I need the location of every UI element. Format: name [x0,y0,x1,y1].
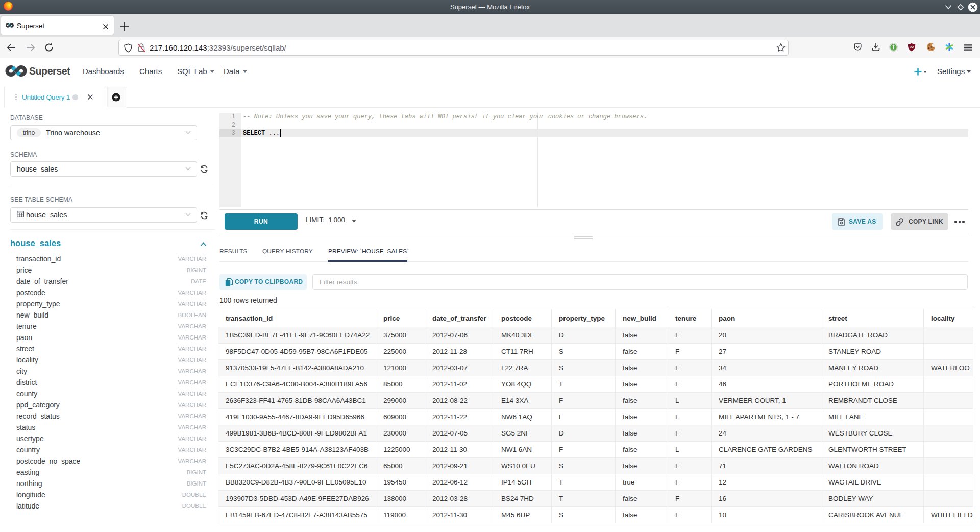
svg-text:UO: UO [910,45,914,49]
